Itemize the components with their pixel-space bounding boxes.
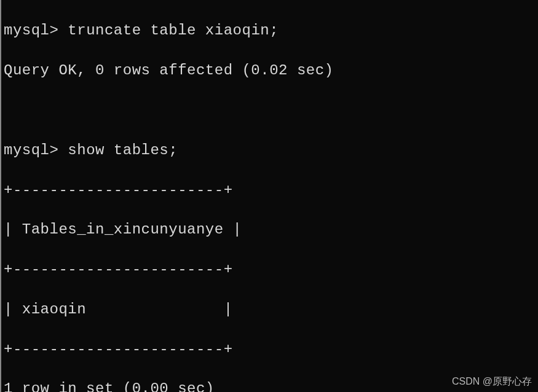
watermark: CSDN @原野心存 xyxy=(452,375,532,388)
table-border-bottom: +-----------------------+ xyxy=(4,340,536,359)
mysql-prompt: mysql> xyxy=(4,22,58,39)
mysql-prompt: mysql> xyxy=(4,142,58,159)
terminal-output[interactable]: mysql> truncate table xiaoqin; Query OK,… xyxy=(4,1,536,392)
command-show-tables-1: show tables; xyxy=(68,142,178,159)
table-row-1: | xiaoqin | xyxy=(4,300,536,319)
blank-line xyxy=(4,101,536,120)
table-header: | Tables_in_xincunyuanye | xyxy=(4,220,536,240)
table-border-top: +-----------------------+ xyxy=(4,181,536,200)
response-1: Query OK, 0 rows affected (0.02 sec) xyxy=(4,61,536,80)
command-truncate: truncate table xiaoqin; xyxy=(68,22,279,39)
table-border-mid: +-----------------------+ xyxy=(4,260,536,280)
prompt-line-1: mysql> truncate table xiaoqin; xyxy=(4,21,536,41)
prompt-line-2: mysql> show tables; xyxy=(4,141,536,160)
